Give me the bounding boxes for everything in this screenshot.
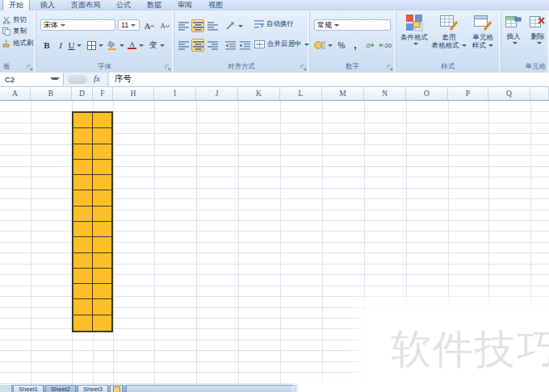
sheet-tab-Sheet3[interactable]: Sheet3 xyxy=(78,385,108,392)
highlighted-cell-D8[interactable] xyxy=(73,206,93,222)
increase-decimal-button[interactable]: .0 xyxy=(363,39,377,52)
sheet-nav-buttons[interactable] xyxy=(0,385,12,392)
merge-center-button[interactable]: 合并后居中 xyxy=(254,40,309,49)
highlighted-cell-D3[interactable] xyxy=(73,128,93,144)
formula-input[interactable]: 序号 xyxy=(110,73,549,85)
underline-button[interactable]: U xyxy=(66,39,84,52)
highlighted-cell-D6[interactable] xyxy=(73,175,93,190)
dialog-launcher-icon[interactable] xyxy=(165,65,171,71)
column-header-partial[interactable] xyxy=(530,87,549,100)
highlighted-cell-F7[interactable] xyxy=(93,190,112,206)
align-top-button[interactable] xyxy=(177,19,190,32)
highlighted-cell-F2[interactable] xyxy=(93,113,112,128)
name-box[interactable]: C2 xyxy=(0,73,64,85)
tab-formulas[interactable]: 公式 xyxy=(111,0,136,10)
highlighted-cell-F8[interactable] xyxy=(93,206,112,222)
cell-styles-button[interactable]: 单元格 样式 xyxy=(467,14,499,59)
column-header-P[interactable]: P xyxy=(448,87,488,100)
column-header-J[interactable]: J xyxy=(196,87,238,100)
fill-color-button[interactable] xyxy=(107,39,124,52)
highlighted-cell-F3[interactable] xyxy=(93,128,112,144)
dialog-launcher-icon[interactable] xyxy=(387,65,393,71)
shrink-font-button[interactable]: A xyxy=(158,19,171,32)
column-header-O[interactable]: O xyxy=(406,87,448,100)
highlighted-cell-D12[interactable] xyxy=(73,269,93,284)
tab-data[interactable]: 数据 xyxy=(141,0,167,10)
delete-cells-button[interactable]: 删除 xyxy=(526,14,549,59)
conditional-formatting-button[interactable]: 条件格式 xyxy=(397,14,431,59)
align-center-button[interactable] xyxy=(191,39,204,52)
highlighted-cell-D9[interactable] xyxy=(73,222,93,237)
tab-insert[interactable]: 插入 xyxy=(35,0,61,10)
bold-button[interactable]: B xyxy=(40,39,53,52)
column-header-F[interactable]: F xyxy=(93,87,113,100)
highlighted-cell-D14[interactable] xyxy=(73,299,93,315)
column-header-H[interactable]: H xyxy=(113,87,154,100)
align-right-button[interactable] xyxy=(206,39,219,52)
align-bottom-button[interactable] xyxy=(206,19,219,32)
accounting-format-button[interactable] xyxy=(313,39,333,52)
wrap-text-button[interactable]: 自动换行 xyxy=(254,19,294,29)
align-middle-button[interactable] xyxy=(191,19,204,32)
insert-cells-button[interactable]: 插入 xyxy=(502,14,525,59)
highlighted-cell-F10[interactable] xyxy=(93,237,112,252)
orientation-button[interactable] xyxy=(224,19,245,32)
highlighted-cell-F14[interactable] xyxy=(93,299,112,315)
highlighted-cell-F15[interactable] xyxy=(93,315,112,331)
number-format-select[interactable]: 常规 xyxy=(314,19,391,31)
column-header-A[interactable]: A xyxy=(0,87,31,100)
tab-view[interactable]: 视图 xyxy=(203,0,228,10)
phonetic-guide-button[interactable]: 变 xyxy=(147,39,166,52)
column-header-M[interactable]: M xyxy=(322,87,364,100)
font-name-select[interactable]: 宋体 xyxy=(40,19,115,31)
highlighted-cell-F4[interactable] xyxy=(93,144,112,160)
copy-button[interactable]: 复制 xyxy=(2,27,27,36)
column-header-I[interactable]: I xyxy=(154,87,196,100)
horizontal-scrollbar-thumb[interactable] xyxy=(126,385,295,392)
font-size-select[interactable]: 11 xyxy=(118,19,140,31)
column-header-K[interactable]: K xyxy=(238,87,280,100)
format-painter-button[interactable]: 格式刷 xyxy=(2,39,34,48)
comma-style-button[interactable]: , xyxy=(349,39,362,52)
decrease-indent-button[interactable] xyxy=(224,39,237,52)
highlighted-cell-D11[interactable] xyxy=(73,253,93,269)
highlighted-cell-D10[interactable] xyxy=(73,237,93,252)
format-as-table-button[interactable]: 套用 表格格式 xyxy=(431,14,467,59)
insert-function-button[interactable]: fx xyxy=(94,73,100,83)
font-color-button[interactable]: A xyxy=(127,39,145,52)
highlighted-cell-D5[interactable] xyxy=(73,160,93,175)
highlighted-range[interactable] xyxy=(72,111,113,332)
sheet-tab-Sheet2[interactable]: Sheet2 xyxy=(45,385,76,392)
grow-font-button[interactable]: A xyxy=(143,19,156,32)
insert-worksheet-tab[interactable] xyxy=(110,385,123,392)
column-header-D[interactable]: D xyxy=(72,87,93,100)
decrease-decimal-button[interactable]: .00 xyxy=(378,39,392,52)
italic-button[interactable]: I xyxy=(54,39,67,52)
tab-page-layout[interactable]: 页面布局 xyxy=(65,0,106,10)
increase-indent-button[interactable] xyxy=(238,39,251,52)
name-box-dropdown-arrow-icon[interactable] xyxy=(50,77,60,80)
highlighted-cell-D13[interactable] xyxy=(73,284,93,299)
highlighted-cell-F9[interactable] xyxy=(93,222,112,237)
column-header-N[interactable]: N xyxy=(364,87,406,100)
percent-style-button[interactable]: % xyxy=(335,39,348,52)
dialog-launcher-icon[interactable] xyxy=(27,65,33,71)
column-header-B[interactable]: B xyxy=(31,87,72,100)
highlighted-cell-D4[interactable] xyxy=(73,144,93,160)
highlighted-cell-F5[interactable] xyxy=(93,160,112,175)
tab-home[interactable]: 开始 xyxy=(2,0,30,10)
highlighted-cell-D7[interactable] xyxy=(73,190,93,206)
highlighted-cell-F13[interactable] xyxy=(93,284,112,299)
highlighted-cell-F12[interactable] xyxy=(93,269,112,284)
dialog-launcher-icon[interactable] xyxy=(300,65,307,71)
cut-button[interactable]: 剪切 xyxy=(2,15,27,25)
highlighted-cell-D2[interactable] xyxy=(73,113,93,128)
align-left-button[interactable] xyxy=(177,39,190,52)
highlighted-cell-F6[interactable] xyxy=(93,175,112,190)
borders-button[interactable] xyxy=(86,39,104,52)
column-header-Q[interactable]: Q xyxy=(488,87,530,100)
tab-review[interactable]: 审阅 xyxy=(172,0,198,10)
sheet-tab-Sheet1[interactable]: Sheet1 xyxy=(13,385,44,392)
column-header-L[interactable]: L xyxy=(280,87,322,100)
highlighted-cell-F11[interactable] xyxy=(93,253,112,269)
